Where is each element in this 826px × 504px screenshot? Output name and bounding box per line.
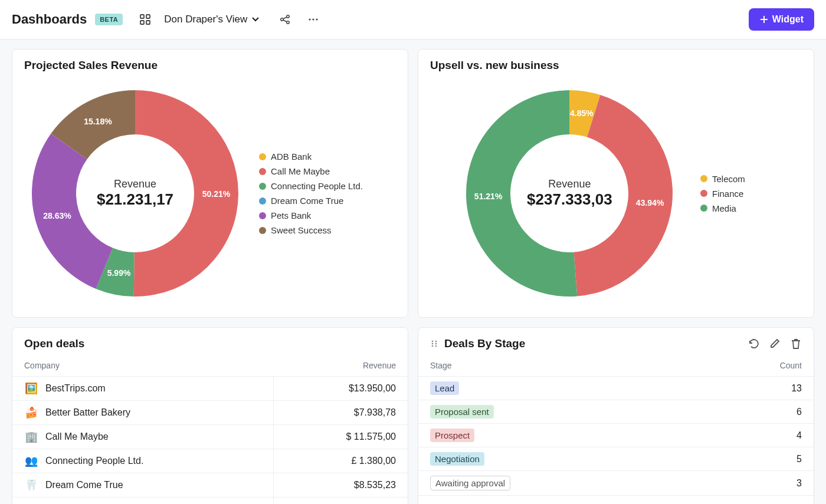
legend-swatch bbox=[259, 168, 266, 175]
svg-point-17 bbox=[435, 343, 437, 345]
legend-item[interactable]: Finance bbox=[700, 189, 745, 199]
company-name: Dream Come True bbox=[45, 480, 123, 490]
slice-percent-label: 28.63% bbox=[43, 211, 71, 220]
legend-label: Sweet Success bbox=[271, 225, 332, 235]
svg-point-11 bbox=[316, 18, 318, 20]
donut-center-value: $237.333,03 bbox=[527, 190, 612, 209]
svg-point-16 bbox=[432, 343, 434, 345]
grid-icon[interactable] bbox=[138, 12, 152, 27]
svg-rect-3 bbox=[146, 21, 150, 24]
slice-percent-label: 43.94% bbox=[636, 198, 664, 207]
svg-point-9 bbox=[309, 18, 311, 20]
page-title: Dashboards bbox=[12, 12, 87, 27]
slice-percent-label: 51.21% bbox=[474, 192, 502, 201]
dashboard-grid: Projected Sales Revenue Revenue $21.231,… bbox=[0, 39, 826, 504]
table-row[interactable]: 🦷 Dream Come True $8.535,23 bbox=[12, 473, 408, 498]
svg-rect-2 bbox=[140, 21, 144, 24]
company-icon: 🍰 bbox=[24, 406, 38, 420]
table-row[interactable]: Proposal sent 6 bbox=[418, 400, 814, 424]
company-icon: 🖼️ bbox=[24, 381, 38, 396]
count-cell: 5 bbox=[693, 447, 814, 471]
col-count[interactable]: Count bbox=[693, 355, 814, 377]
stage-pill: Negotiation bbox=[430, 452, 484, 466]
legend-label: Dream Come True bbox=[271, 196, 343, 206]
legend-item[interactable]: Sweet Success bbox=[259, 225, 363, 235]
count-cell: 4 bbox=[693, 424, 814, 447]
card-title: Projected Sales Revenue bbox=[24, 59, 158, 72]
plus-icon bbox=[759, 15, 769, 24]
legend-item[interactable]: Media bbox=[700, 203, 745, 213]
svg-point-14 bbox=[432, 341, 434, 342]
more-icon[interactable] bbox=[306, 12, 320, 27]
svg-point-15 bbox=[435, 341, 437, 342]
card-open-deals: Open deals Company Revenue 🖼️ BestTrips.… bbox=[12, 327, 408, 504]
donut-chart-upsell: Revenue $237.333,03 4.85%43.94%51.21% bbox=[423, 81, 694, 305]
count-cell: 3 bbox=[693, 471, 814, 496]
legend-item[interactable]: Telecom bbox=[700, 174, 745, 184]
svg-point-6 bbox=[287, 21, 289, 24]
legend-item[interactable]: Connecting People Ltd. bbox=[259, 181, 363, 191]
beta-badge: BETA bbox=[95, 14, 123, 25]
svg-rect-1 bbox=[146, 15, 150, 18]
legend-item[interactable]: Pets Bank bbox=[259, 210, 363, 220]
stage-pill: Proposal sent bbox=[430, 405, 494, 419]
legend-label: Call Me Maybe bbox=[271, 166, 330, 176]
chevron-down-icon bbox=[252, 17, 259, 22]
svg-point-5 bbox=[287, 15, 289, 18]
table-row[interactable]: 📰 Fresh News Company $65.576,25 bbox=[12, 498, 408, 505]
slice-percent-label: 15.18% bbox=[84, 117, 112, 126]
donut-chart-projected: Revenue $21.231,17 50.21%5.99%28.63%15.1… bbox=[17, 81, 253, 305]
table-row[interactable]: 🍰 Better Batter Bakery $7.938,78 bbox=[12, 401, 408, 425]
table-row[interactable]: Lead 13 bbox=[418, 377, 814, 400]
table-row[interactable]: Negotiation 5 bbox=[418, 447, 814, 471]
revenue-cell: £ 1.380,00 bbox=[273, 449, 408, 473]
revenue-cell: $8.535,23 bbox=[273, 473, 408, 498]
add-widget-label: Widget bbox=[772, 14, 804, 25]
col-revenue[interactable]: Revenue bbox=[273, 355, 408, 377]
legend-item[interactable]: Call Me Maybe bbox=[259, 166, 363, 176]
company-icon: 🦷 bbox=[24, 478, 38, 492]
legend-item[interactable]: Dream Come True bbox=[259, 196, 363, 206]
open-deals-table: Company Revenue 🖼️ BestTrips.com $13.950… bbox=[12, 355, 408, 504]
svg-line-7 bbox=[283, 17, 287, 19]
donut-center-label: Revenue bbox=[97, 178, 173, 190]
legend-swatch bbox=[700, 190, 707, 197]
donut-center-label: Revenue bbox=[527, 178, 612, 190]
revenue-cell: $7.938,78 bbox=[273, 401, 408, 425]
legend-label: Finance bbox=[712, 189, 743, 199]
revenue-cell: $13.950,00 bbox=[273, 377, 408, 401]
company-name: BestTrips.com bbox=[45, 383, 106, 394]
svg-point-19 bbox=[435, 345, 437, 347]
legend-label: ADB Bank bbox=[271, 151, 312, 162]
legend-swatch bbox=[259, 197, 266, 205]
drag-handle-icon[interactable] bbox=[430, 340, 438, 348]
legend-label: Media bbox=[712, 203, 736, 213]
share-icon[interactable] bbox=[278, 12, 292, 27]
edit-icon[interactable] bbox=[769, 338, 781, 350]
table-row[interactable]: Prospect 4 bbox=[418, 424, 814, 447]
card-title: Open deals bbox=[24, 337, 84, 350]
table-row[interactable]: 👥 Connecting People Ltd. £ 1.380,00 bbox=[12, 449, 408, 473]
undo-icon[interactable] bbox=[748, 338, 759, 350]
company-icon: 👥 bbox=[24, 454, 38, 468]
legend-swatch bbox=[259, 212, 266, 219]
legend-item[interactable]: ADB Bank bbox=[259, 151, 363, 162]
company-name: Better Batter Bakery bbox=[45, 407, 130, 418]
col-company[interactable]: Company bbox=[12, 355, 273, 377]
app-header: Dashboards BETA Don Draper's View Widget bbox=[0, 0, 826, 39]
stage-pill: Lead bbox=[430, 381, 459, 395]
col-stage[interactable]: Stage bbox=[418, 355, 693, 377]
view-selector[interactable]: Don Draper's View bbox=[164, 14, 259, 25]
slice-percent-label: 4.85% bbox=[570, 108, 594, 118]
table-row[interactable]: Awaiting approval 3 bbox=[418, 471, 814, 496]
company-name: Call Me Maybe bbox=[45, 431, 109, 442]
table-row[interactable]: 🖼️ BestTrips.com $13.950,00 bbox=[12, 377, 408, 401]
legend-swatch bbox=[259, 183, 266, 190]
svg-point-10 bbox=[313, 18, 314, 20]
add-widget-button[interactable]: Widget bbox=[749, 8, 814, 31]
svg-rect-0 bbox=[140, 15, 144, 18]
table-row[interactable]: 🏢 Call Me Maybe $ 11.575,00 bbox=[12, 425, 408, 449]
view-selector-label: Don Draper's View bbox=[164, 14, 247, 25]
delete-icon[interactable] bbox=[790, 338, 802, 350]
svg-point-18 bbox=[432, 345, 434, 347]
